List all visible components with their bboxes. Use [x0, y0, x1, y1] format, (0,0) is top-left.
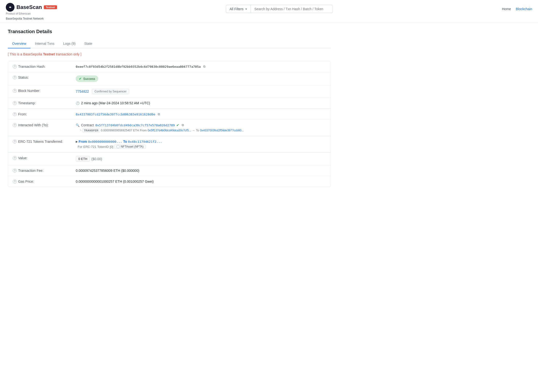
erc-triangle-icon: ▶	[76, 140, 78, 143]
verified-icon: ✔	[176, 123, 179, 127]
value-tx-fee: 0.000097425377856009 ETH ($0.000000)	[76, 169, 139, 173]
help-icon-erc721[interactable]: ?	[13, 140, 17, 143]
status-text: Success	[83, 77, 95, 81]
from-address-link[interactable]: 0x4337003fcd2f56de3977ccb806383e9161628d…	[76, 113, 155, 116]
help-icon-gas-price[interactable]: ?	[13, 180, 17, 183]
tab-logs[interactable]: Logs (9)	[59, 39, 80, 48]
value-tx-hash: 0xeef7c8f93d54b2f2581d8bf92bb9352b4c6d79…	[76, 65, 205, 68]
tab-overview[interactable]: Overview	[8, 39, 30, 48]
value-timestamp: 🕐 2 mins ago (Mar-24-2024 10:58:52 AM +U…	[76, 101, 150, 105]
nav-blockchain[interactable]: Blockchain	[516, 7, 532, 11]
logo-area: BaseScan Testnet Product of Etherscan	[6, 3, 57, 15]
block-number-link[interactable]: 7754822	[76, 90, 89, 93]
search-input[interactable]	[251, 5, 333, 13]
logo-text: BaseScan	[16, 4, 42, 10]
transfer-tree-icon: └	[80, 129, 82, 132]
logo-icon	[6, 3, 15, 12]
help-icon-timestamp[interactable]: ?	[13, 101, 17, 105]
erc-token-id-label: TokenID	[97, 145, 109, 149]
gas-price-value: 0.0000000000001000257 ETH (0.001000257 G…	[76, 180, 154, 183]
gas-price-label: Gas Price:	[18, 180, 34, 183]
tx-hash-label: Transaction Hash:	[18, 65, 45, 68]
clock-icon: 🕐	[76, 101, 80, 105]
value-interacted-with: 🔍 Contract 0x5ff137d4b0fdcd49dca30c7cf57…	[76, 123, 244, 132]
alert-prefix: [ This is a BaseSepolia	[8, 52, 43, 56]
search-area: All Filters ▼	[226, 5, 333, 13]
label-timestamp: ? Timestamp:	[13, 101, 76, 105]
help-icon-status[interactable]: ?	[13, 75, 17, 79]
page-content: Transaction Details Overview Internal Tx…	[0, 23, 339, 193]
search-contract-icon: 🔍	[76, 123, 80, 127]
tab-state[interactable]: State	[80, 39, 97, 48]
timestamp-value: 2 mins ago (Mar-24-2024 10:58:52 AM +UTC…	[81, 101, 150, 105]
help-icon-block[interactable]: ?	[13, 89, 17, 93]
row-timestamp: ? Timestamp: 🕐 2 mins ago (Mar-24-2024 1…	[8, 98, 331, 109]
row-tx-fee: ? Transaction Fee: 0.000097425377856009 …	[8, 165, 331, 176]
block-number-label: Block Number:	[18, 89, 40, 93]
page-title: Transaction Details	[8, 29, 331, 34]
chevron-down-icon: ▼	[245, 8, 247, 10]
testnet-badge: Testnet	[44, 5, 57, 9]
contract-area: 🔍 Contract 0x5ff137d4b0fdcd49dca30c7cf57…	[76, 123, 244, 132]
value-gas-price: 0.0000000000001000257 ETH (0.001000257 G…	[76, 180, 154, 183]
row-gas-price: ? Gas Price: 0.0000000000001000257 ETH (…	[8, 176, 331, 187]
label-erc721: ? ERC-721 Tokens Transferred:	[13, 140, 76, 143]
help-icon-tx-hash[interactable]: ?	[13, 65, 17, 68]
row-value: ? Value: 0 ETH ($0.00)	[8, 153, 331, 165]
label-block-number: ? Block Number:	[13, 89, 76, 93]
help-icon-tx-fee[interactable]: ?	[13, 169, 17, 173]
tx-fee-value: 0.000097425377856009 ETH ($0.000000)	[76, 169, 139, 173]
copy-tx-hash-icon[interactable]: ⧉	[203, 65, 205, 68]
transfer-line: └ TRANSFER 0.000099659556925407 ETH From…	[76, 128, 244, 132]
erc-to-label: To	[123, 140, 127, 143]
tx-hash-value: 0xeef7c8f93d54b2f2581d8bf92bb9352b4c6d79…	[76, 65, 201, 68]
transfer-to-link[interactable]: 0x4337003fcd2f56de3977ccb80...	[200, 129, 244, 132]
network-label: BaseSepolia Testnet Network	[6, 17, 44, 20]
filter-button[interactable]: All Filters ▼	[226, 5, 251, 13]
erc-for-label: For	[78, 145, 82, 149]
erc-from-address[interactable]: 0x0000000000000...	[88, 140, 122, 143]
label-status: ? Status:	[13, 75, 76, 79]
erc-token-id: [0]	[110, 145, 113, 149]
tx-fee-label: Transaction Fee:	[18, 169, 44, 173]
contract-address-link[interactable]: 0x5ff137d4b0fdcd49dca30c7cf57e578a026d27…	[95, 123, 175, 127]
transfer-amount: 0.000099659556925407 ETH	[101, 129, 139, 132]
copy-contract-icon[interactable]: ⧉	[182, 123, 184, 127]
value-block-number: 7754822 Confirmed by Sequencer	[76, 89, 129, 94]
transfer-label: TRANSFER	[82, 128, 100, 132]
token-name: NFTAsset (NFTA)	[121, 145, 143, 148]
row-tx-hash: ? Transaction Hash: 0xeef7c8f93d54b2f258…	[8, 61, 331, 72]
detail-section: ? Transaction Hash: 0xeef7c8f93d54b2f258…	[8, 61, 331, 187]
erc-from-label: From	[79, 140, 87, 143]
header-bottom: BaseSepolia Testnet Network	[0, 15, 538, 23]
transfer-from-label: From	[140, 129, 147, 132]
row-status: ? Status: ✔ Success	[8, 72, 331, 85]
confirmed-badge: Confirmed by Sequencer	[92, 89, 129, 94]
value-value: 0 ETH ($0.00)	[76, 156, 102, 162]
tabs-bar: Overview Internal Txns Logs (9) State	[8, 39, 331, 48]
alert-suffix: transaction only ]	[55, 52, 82, 56]
erc-line-1: ▶ From 0x0000000000000... To 0x48c117946…	[76, 140, 162, 143]
eth-amount-badge: 0 ETH	[76, 156, 90, 162]
nav-links: Home Blockchain	[502, 7, 532, 11]
value-label: Value:	[18, 156, 28, 160]
value-erc721: ▶ From 0x0000000000000... To 0x48c117946…	[76, 140, 162, 149]
transfer-from-link[interactable]: 0x5ff137d4b0fdcd49dca30c7cf5...	[148, 129, 191, 132]
logo-row: BaseScan Testnet	[6, 3, 57, 12]
copy-from-icon[interactable]: ⧉	[158, 112, 160, 116]
label-tx-fee: ? Transaction Fee:	[13, 169, 76, 173]
nav-home[interactable]: Home	[502, 7, 511, 11]
contract-line: 🔍 Contract 0x5ff137d4b0fdcd49dca30c7cf57…	[76, 123, 244, 127]
erc-to-address[interactable]: 0x48c11794621f2...	[128, 140, 162, 143]
tab-internal-txns[interactable]: Internal Txns	[30, 39, 59, 48]
from-label: From:	[18, 112, 27, 116]
erc-token-type: ERC-721	[83, 145, 96, 149]
erc-line-2: For ERC-721 TokenID [0] NFTAsset (NFTA)	[76, 144, 162, 149]
row-erc721: ? ERC-721 Tokens Transferred: ▶ From 0x0…	[8, 136, 331, 152]
label-gas-price: ? Gas Price:	[13, 180, 76, 183]
help-icon-value[interactable]: ?	[13, 156, 17, 160]
testnet-alert: [ This is a BaseSepolia Testnet transact…	[8, 48, 331, 57]
help-icon-from[interactable]: ?	[13, 112, 17, 116]
help-icon-interacted[interactable]: ?	[13, 123, 17, 127]
row-block-number: ? Block Number: 7754822 Confirmed by Seq…	[8, 85, 331, 98]
